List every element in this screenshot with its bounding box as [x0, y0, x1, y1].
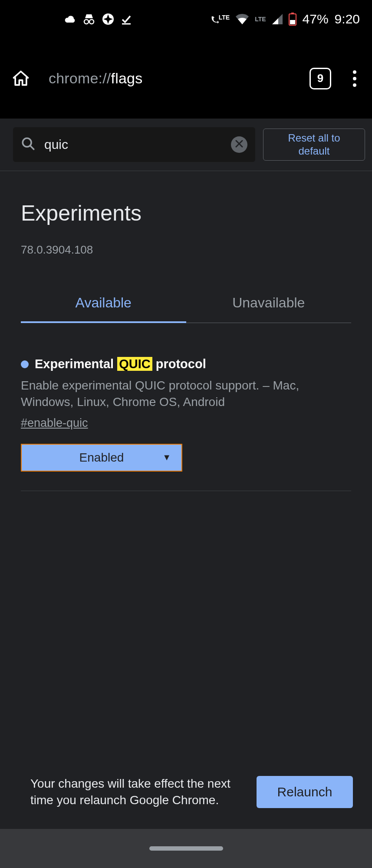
tab-unavailable[interactable]: Unavailable — [186, 287, 352, 323]
chevron-down-icon: ▼ — [162, 452, 171, 462]
more-menu-button[interactable] — [347, 70, 362, 87]
clock: 9:20 — [335, 12, 360, 26]
title-pre: Experimental — [35, 357, 117, 371]
close-icon — [235, 140, 243, 149]
incognito-icon — [82, 13, 95, 25]
page-body: Reset all todefault Experiments 78.0.390… — [0, 119, 372, 868]
lte-label-1: LTE — [219, 14, 230, 21]
svg-point-1 — [89, 20, 94, 24]
search-box — [13, 127, 255, 162]
clear-search-button[interactable] — [231, 136, 247, 153]
relaunch-button[interactable]: Relaunch — [257, 776, 353, 808]
experiment-anchor-link[interactable]: #enable-quic — [21, 416, 88, 430]
modified-dot-icon — [21, 360, 29, 368]
content: Experiments 78.0.3904.108 Available Unav… — [0, 171, 372, 491]
battery-percent: 47% — [303, 12, 329, 26]
status-right: LTE LTE 47% 9:20 — [211, 12, 360, 26]
svg-rect-5 — [290, 20, 295, 24]
reset-line1: Reset all to — [288, 132, 340, 144]
battery-icon — [289, 13, 296, 26]
home-button[interactable] — [10, 67, 32, 90]
url-prefix: chrome:// — [49, 70, 111, 86]
system-nav-bar — [0, 829, 372, 868]
tabs: Available Unavailable — [21, 287, 351, 323]
download-done-icon — [121, 13, 132, 25]
relaunch-message: Your changes will take effect the next t… — [30, 776, 239, 809]
page-title: Experiments — [21, 201, 351, 226]
status-left — [12, 13, 132, 26]
browser-toolbar: chrome://flags 9 — [0, 38, 372, 119]
reset-all-button[interactable]: Reset all todefault — [263, 129, 365, 161]
experiment-description: Enable experimental QUIC protocol suppor… — [21, 377, 351, 410]
nav-pill[interactable] — [149, 846, 223, 851]
experiment-title: Experimental QUIC protocol — [21, 357, 351, 371]
tab-count: 9 — [317, 72, 323, 85]
cloud-icon — [64, 15, 76, 23]
relaunch-bar: Your changes will take effect the next t… — [0, 758, 372, 829]
status-bar: LTE LTE 47% 9:20 — [0, 0, 372, 38]
tab-available[interactable]: Available — [21, 287, 186, 323]
reset-line2: default — [298, 145, 329, 157]
url-bar[interactable]: chrome://flags — [43, 70, 298, 87]
select-value: Enabled — [79, 451, 124, 465]
version-text: 78.0.3904.108 — [21, 243, 351, 257]
experiment-state-select[interactable]: Enabled ▼ — [21, 444, 182, 472]
volte-icon: LTE — [211, 14, 230, 24]
url-path: flags — [111, 70, 143, 86]
title-post: protocol — [152, 357, 206, 371]
wifi-icon — [236, 14, 249, 24]
experiment-item: Experimental QUIC protocol Enable experi… — [21, 357, 351, 491]
signal-icon — [272, 14, 283, 24]
compass-icon — [102, 13, 115, 26]
search-icon — [21, 136, 36, 153]
search-row: Reset all todefault — [0, 119, 372, 171]
title-highlight: QUIC — [117, 357, 152, 371]
search-input[interactable] — [44, 137, 222, 152]
lte-label-2: LTE — [255, 16, 266, 23]
svg-point-0 — [84, 20, 89, 24]
tab-switcher-button[interactable]: 9 — [309, 68, 331, 89]
